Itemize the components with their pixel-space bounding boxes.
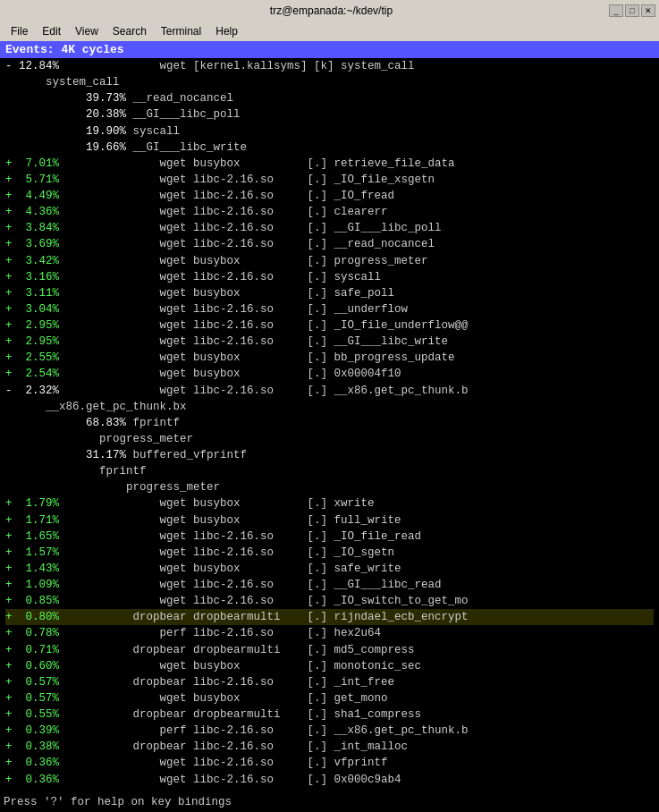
line-4: 19.90% syscall — [5, 125, 180, 138]
line-12: + 3.42% wget busybox [.] progress_meter — [5, 255, 428, 267]
line-31: + 1.43% wget busybox [.] safe_write — [5, 562, 401, 575]
line-11: + 3.69% wget libc-2.16.so [.] __read_noc… — [5, 238, 435, 250]
line-8: + 4.49% wget libc-2.16.so [.] _IO_fread — [5, 190, 394, 202]
menu-item-file[interactable]: File — [4, 23, 35, 39]
line-13: + 3.16% wget libc-2.16.so [.] syscall — [5, 271, 381, 283]
line-35: + 0.78% perf libc-2.16.so [.] hex2u64 — [5, 627, 381, 639]
line-27: + 1.79% wget busybox [.] xwrite — [5, 497, 375, 510]
line-33: + 0.85% wget libc-2.16.so [.] _IO_switch… — [5, 595, 469, 607]
minimize-button[interactable]: _ — [609, 4, 623, 17]
line-25: fprintf — [5, 465, 147, 478]
line-9: + 4.36% wget libc-2.16.so [.] clearerr — [5, 206, 388, 218]
window-controls[interactable]: _ □ ✕ — [609, 4, 659, 17]
line-39: + 0.57% wget busybox [.] get_mono — [5, 692, 388, 705]
line-19: + 2.54% wget busybox [.] 0x00004f10 — [5, 368, 401, 380]
line-40: + 0.55% dropbear dropbearmulti [.] sha1_… — [5, 708, 421, 721]
menu-item-terminal[interactable]: Terminal — [154, 23, 208, 39]
menu-item-view[interactable]: View — [68, 23, 106, 39]
line-10: + 3.84% wget libc-2.16.so [.] __GI___lib… — [5, 222, 442, 234]
line-43: + 0.36% wget libc-2.16.so [.] vfprintf — [5, 757, 388, 769]
line-2: 39.73% __read_nocancel — [5, 92, 233, 105]
menu-item-edit[interactable]: Edit — [35, 23, 68, 39]
lines-container: - 12.84% wget [kernel.kallsyms] [k] syst… — [2, 58, 657, 794]
line-38: + 0.57% dropbear libc-2.16.so [.] _int_f… — [5, 676, 394, 689]
line-15: + 3.04% wget libc-2.16.so [.] __underflo… — [5, 303, 408, 316]
line-23: progress_meter — [5, 433, 193, 445]
terminal: Events: 4K cycles - 12.84% wget [kernel.… — [0, 41, 659, 812]
close-button[interactable]: ✕ — [641, 4, 655, 17]
line-44: + 0.36% wget libc-2.16.so [.] 0x000c9ab4 — [5, 774, 401, 786]
line-42: + 0.38% dropbear libc-2.16.so [.] _int_m… — [5, 740, 408, 753]
line-29: + 1.65% wget libc-2.16.so [.] _IO_file_r… — [5, 530, 421, 543]
events-header: Events: 4K cycles — [0, 41, 659, 58]
menu-item-search[interactable]: Search — [106, 23, 154, 39]
statusbar: Press '?' for help on key bindings — [0, 794, 659, 812]
line-18: + 2.55% wget busybox [.] bb_progress_upd… — [5, 351, 455, 364]
line-17: + 2.95% wget libc-2.16.so [.] __GI___lib… — [5, 335, 448, 348]
perf-output: - 12.84% wget [kernel.kallsyms] [k] syst… — [2, 58, 657, 788]
menubar: FileEditViewSearchTerminalHelp — [0, 21, 659, 41]
line-14: + 3.11% wget busybox [.] safe_poll — [5, 287, 394, 300]
content-area: - 12.84% wget [kernel.kallsyms] [k] syst… — [0, 58, 659, 794]
line-32: + 1.09% wget libc-2.16.so [.] __GI___lib… — [5, 579, 442, 591]
window-title: trz@empanada:~/kdev/tip — [54, 4, 609, 17]
line-34: + 0.80% dropbear dropbearmulti [.] rijnd… — [5, 609, 654, 625]
line-30: + 1.57% wget libc-2.16.so [.] _IO_sgetn — [5, 546, 394, 559]
line-36: + 0.71% dropbear dropbearmulti [.] md5_c… — [5, 644, 415, 656]
line-20: - 2.32% wget libc-2.16.so [.] __x86.get_… — [5, 385, 469, 397]
line-7: + 5.71% wget libc-2.16.so [.] _IO_file_x… — [5, 173, 435, 186]
title-bar: trz@empanada:~/kdev/tip _ □ ✕ — [0, 0, 659, 21]
line-5: 19.66% __GI___libc_write — [5, 141, 247, 154]
line-24: 31.17% buffered_vfprintf — [5, 449, 247, 461]
line-3: 20.38% __GI___libc_poll — [5, 108, 241, 121]
line-28: + 1.71% wget busybox [.] full_write — [5, 514, 401, 527]
menu-item-help[interactable]: Help — [208, 23, 245, 39]
line-22: 68.83% fprintf — [5, 417, 180, 429]
line-16: + 2.95% wget libc-2.16.so [.] _IO_file_u… — [5, 319, 469, 332]
maximize-button[interactable]: □ — [625, 4, 639, 17]
line-0: - 12.84% wget [kernel.kallsyms] [k] syst… — [5, 60, 415, 72]
line-6: + 7.01% wget busybox [.] retrieve_file_d… — [5, 157, 455, 170]
line-21: __x86.get_pc_thunk.bx — [5, 401, 187, 413]
line-26: progress_meter — [5, 481, 220, 494]
line-41: + 0.39% perf libc-2.16.so [.] __x86.get_… — [5, 724, 469, 737]
line-37: + 0.60% wget busybox [.] monotonic_sec — [5, 660, 421, 672]
line-1: system_call — [5, 76, 120, 89]
